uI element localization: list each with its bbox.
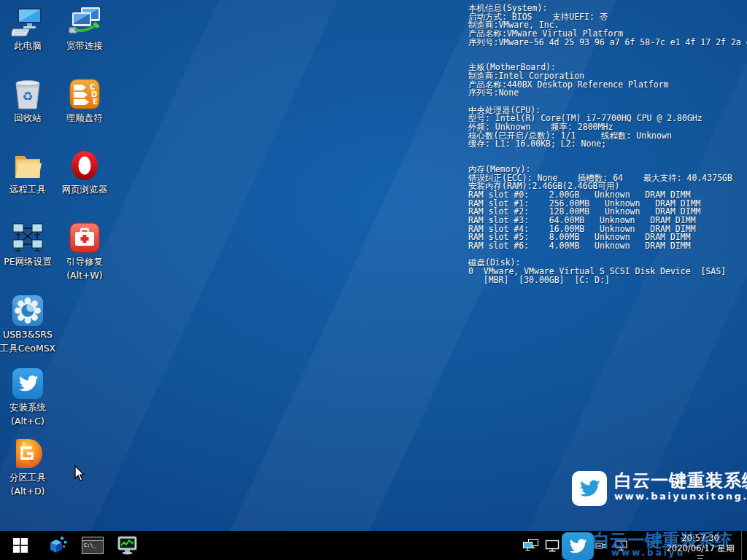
start-button[interactable] [4,531,36,560]
diskgenius-icon [11,438,44,470]
gear-swirl-icon [11,295,44,327]
brand-title: 白云一键重装系统 [614,471,747,491]
desktop-icon-label: 远程工具 [9,183,46,195]
monitor-tray-icon[interactable] [543,531,562,560]
desktop-icon-label: 理顺盘符 [66,112,103,124]
desktop-icon-label: 网页浏览器 [62,183,108,195]
system-info-line: RAM slot #6: 4.00MB Unknown DRAM DIMM [468,242,746,251]
desktop-icon-label2: 工具CeoMSX [0,342,55,354]
brand-watermark: 白云一键重装系统 www.baiyunxitong.com [572,471,747,506]
desktop-icon-shortcut: (Alt+W) [66,269,103,281]
display-switch-tray-icon[interactable] [521,531,541,560]
brand-twitter-logo-icon [572,471,607,506]
broadband-icon [68,6,101,38]
svg-text:♻: ♻ [22,89,33,104]
desktop-icon-label: 分区工具 [9,471,46,483]
opera-browser-icon [68,149,101,182]
desktop-background: 此电脑 宽带连接 [0,0,747,531]
device-tray-icon[interactable] [613,531,629,560]
drive-letters-icon: C D E [68,78,101,110]
desktop-icon-shortcut: (Alt+C) [11,415,44,427]
desktop-icon-shortcut: (Alt+D) [11,485,45,497]
registry-tool-button[interactable] [45,531,70,560]
clock-time: 20:57:30 [662,533,738,543]
registry-cube-icon [48,536,67,555]
desktop-icon-install-system[interactable]: 安装系统 (Alt+C) [0,368,55,427]
twitter-tray-icon [562,532,594,560]
tray-clock[interactable]: 20:57:30 2020/06/17 星期三 [662,533,738,560]
system-info-panel: 本机信息(System):启动方式: BIOS 支持UEFI: 否制造商:VMw… [468,4,746,284]
taskbar: C:\_ [0,531,747,560]
task-manager-button[interactable] [114,531,142,560]
desktop-icon-label: 安装系统 [9,401,46,413]
desktop-icon-recycle-bin[interactable]: ♻ 回收站 [0,78,55,124]
desktop-icon-this-pc[interactable]: 此电脑 [0,6,55,52]
command-prompt-icon: C:\_ [82,537,104,554]
system-info-line: 序列号:None [468,89,746,98]
network-settings-icon [11,222,44,254]
desktop-icon-drive-letters[interactable]: C D E 理顺盘符 [57,78,112,124]
clock-date: 2020/06/17 星期三 [662,543,738,560]
system-info-line: [MBR] [30.00GB] [C: D:] [468,276,746,285]
desktop-icon-boot-repair[interactable]: 引导修复 (Alt+W) [57,222,112,281]
this-pc-icon [11,6,44,38]
recycle-bin-icon: ♻ [11,78,44,110]
desktop-icon-broadband[interactable]: 宽带连接 [57,6,112,52]
desktop-icon-label: 引导修复 [66,255,103,268]
folder-icon [11,149,44,182]
desktop-icon-pe-network[interactable]: PE网络设置 [0,222,55,268]
desktop-icon-partition-tool[interactable]: 分区工具 (Alt+D) [0,438,55,497]
usb-tray-icon[interactable] [594,531,608,560]
mouse-cursor [74,465,86,486]
cmd-button[interactable]: C:\_ [79,531,107,560]
twitter-bird-icon [11,368,44,400]
system-info-line [468,47,746,55]
baiyun-tray-button[interactable] [562,531,594,560]
windows-logo-icon [13,538,28,553]
first-aid-kit-icon [68,222,101,254]
system-info-line: 序列号:VMware-56 4d 25 93 96 a7 6f 58-7c e1… [468,39,746,47]
svg-text:E: E [93,98,98,106]
svg-text:C:\_: C:\_ [84,542,97,548]
pe-desktop-screen: 此电脑 宽带连接 [0,0,747,560]
show-desktop-button[interactable] [741,531,747,560]
desktop-icon-label: PE网络设置 [4,255,51,268]
desktop-icon-label: 此电脑 [14,39,42,52]
desktop-icon-label: 宽带连接 [66,39,103,52]
system-info-line: 缓存: L1: 16.00KB; L2: None; [468,140,746,149]
desktop-icon-label: 回收站 [14,112,42,124]
desktop-icon-label: USB3&SRS [3,328,53,341]
system-info-line [468,149,746,158]
hardware-monitor-icon [117,536,139,555]
desktop-icon-usb3-srs[interactable]: USB3&SRS 工具CeoMSX [0,295,55,354]
brand-url: www.baiyunxitong.com [614,491,747,502]
desktop-icon-web-browser[interactable]: 网页浏览器 [57,149,112,195]
desktop-icon-remote-tools[interactable]: 远程工具 [0,149,55,195]
